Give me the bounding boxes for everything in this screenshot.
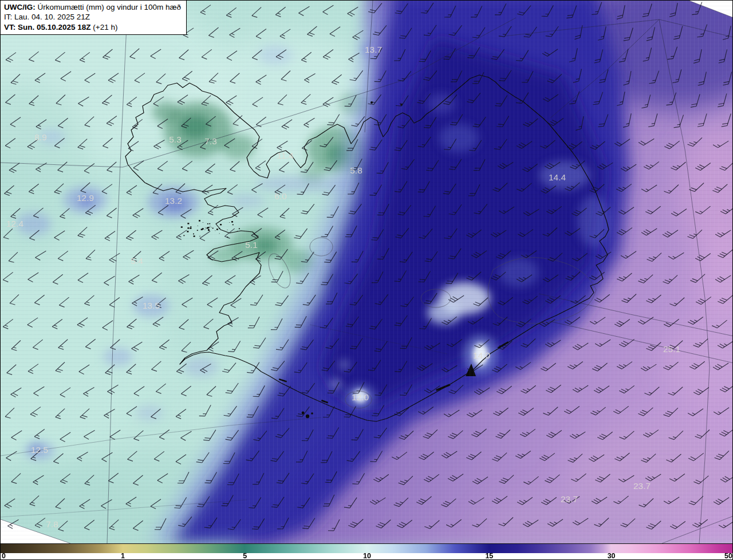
precip-value: 5.8 bbox=[350, 165, 362, 175]
precip-value: 5.1 bbox=[245, 240, 258, 250]
colorbar-tick: 1 bbox=[121, 553, 125, 560]
valid-time-main: VT: Sun. 05.10.2025 18Z bbox=[4, 23, 91, 31]
precip-colorbar: 01510153050 bbox=[1, 543, 733, 560]
precip-value: 7.8 bbox=[46, 519, 58, 529]
precip-value: 13.5 bbox=[143, 301, 160, 310]
colorbar-tick: 5 bbox=[243, 553, 247, 560]
precip-value: 6.0 bbox=[274, 191, 287, 201]
colorbar-tick-labels: 01510153050 bbox=[1, 553, 733, 560]
valid-time: VT: Sun. 05.10.2025 18Z (+21 h) bbox=[4, 22, 181, 32]
chart-subtitle: Úrkomumætti (mm) og vindur i 100m hæð bbox=[38, 3, 182, 11]
precip-value: 23.7 bbox=[561, 494, 578, 504]
init-time: IT: Lau. 04. 10. 2025 21Z bbox=[4, 12, 181, 22]
precip-value: 7.3 bbox=[204, 136, 217, 146]
colorbar-tick: 0 bbox=[2, 553, 6, 560]
precip-value: 13.7 bbox=[365, 45, 382, 54]
precip-value: 12.9 bbox=[77, 193, 94, 203]
precip-value: 14.0 bbox=[473, 350, 491, 360]
precip-field bbox=[1, 1, 733, 543]
precip-value: 23.7 bbox=[633, 481, 651, 491]
valid-time-offset: (+21 h) bbox=[93, 23, 117, 31]
model-id: UWC/IG: bbox=[4, 3, 36, 11]
colorbar-tick: 15 bbox=[485, 553, 493, 560]
colorbar-tick: 30 bbox=[608, 553, 616, 560]
precip-value: 8.9 bbox=[34, 132, 47, 142]
weather-chart: 13.78.95.37.311.45.814.412.913.26.012.45… bbox=[0, 0, 733, 560]
title-line-1: UWC/IG: Úrkomumætti (mm) og vindur i 100… bbox=[4, 2, 181, 12]
title-box: UWC/IG: Úrkomumætti (mm) og vindur i 100… bbox=[1, 1, 187, 35]
precip-value: 12.4 bbox=[6, 219, 24, 228]
precipitation-wind-map: 13.78.95.37.311.45.814.412.913.26.012.45… bbox=[1, 1, 733, 543]
precip-value: 13.2 bbox=[165, 196, 182, 206]
precip-value: 5.4 bbox=[131, 256, 143, 266]
precip-value: 12.5 bbox=[31, 445, 48, 455]
colorbar-tick: 10 bbox=[363, 553, 371, 560]
precip-value: 12.0 bbox=[352, 392, 369, 402]
precip-value: 25.1 bbox=[663, 344, 680, 354]
precip-value: 14.4 bbox=[549, 172, 566, 182]
map-area: 13.78.95.37.311.45.814.412.913.26.012.45… bbox=[1, 1, 733, 543]
precip-value: 11.4 bbox=[277, 151, 293, 160]
precip-value: 5.3 bbox=[169, 135, 182, 144]
colorbar-tick: 50 bbox=[724, 553, 732, 560]
